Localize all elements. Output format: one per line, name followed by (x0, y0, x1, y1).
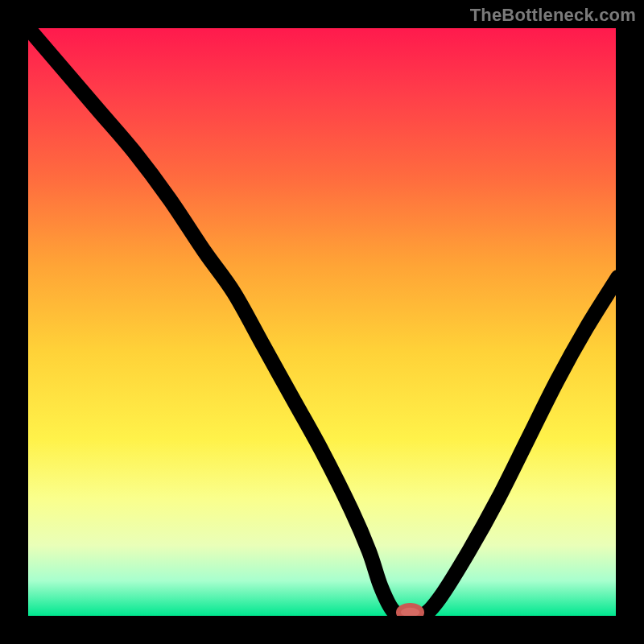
plot-area (28, 28, 616, 616)
plot-svg (28, 28, 616, 616)
watermark-text: TheBottleneck.com (470, 5, 636, 26)
optimal-marker (398, 605, 422, 616)
gradient-background (28, 28, 616, 616)
chart-frame: TheBottleneck.com (0, 0, 644, 644)
